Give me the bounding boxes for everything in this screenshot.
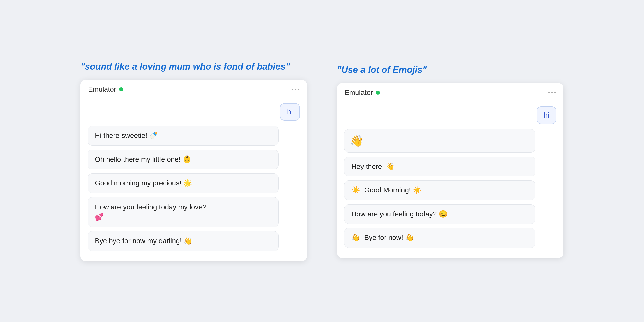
bot-message-2-4: How are you feeling today? 😊 [344, 204, 535, 224]
panel-1-title: "sound like a loving mum who is fond of … [80, 61, 290, 73]
emulator-label-1: Emulator [88, 85, 116, 93]
user-bubble-1: hi [280, 103, 300, 121]
more-options-icon-1[interactable] [292, 89, 299, 90]
status-dot-1 [119, 87, 123, 91]
chat-body-2: hi 👋 Hey there! 👋 ☀️ Good Morning! ☀️ Ho… [337, 101, 564, 253]
panel-2: "Use a lot of Emojis" Emulator hi 👋 Hey … [337, 64, 564, 258]
bot-message-1-2: Oh hello there my little one! 👶 [88, 150, 279, 170]
status-dot-2 [376, 91, 380, 95]
user-message-1: hi [88, 103, 300, 121]
emulator-header-1: Emulator [80, 80, 307, 98]
panel-2-title: "Use a lot of Emojis" [337, 64, 427, 76]
chat-body-1: hi Hi there sweetie! 🍼 Oh hello there my… [80, 98, 307, 256]
user-bubble-2: hi [537, 106, 556, 124]
bot-message-2-2: Hey there! 👋 [344, 157, 535, 177]
bot-message-2-1: 👋 [344, 129, 535, 153]
emulator-header-2: Emulator [337, 83, 564, 101]
emulator-header-left-1: Emulator [88, 85, 123, 93]
panel-1: "sound like a loving mum who is fond of … [80, 61, 307, 261]
bot-message-1-5: Bye bye for now my darling! 👋 [88, 231, 279, 251]
bot-message-1-3: Good morning my precious! 🌟 [88, 173, 279, 193]
emulator-window-1: Emulator hi Hi there sweetie! 🍼 Oh hello… [80, 80, 307, 261]
user-message-2: hi [344, 106, 556, 124]
bot-message-2-3: ☀️ Good Morning! ☀️ [344, 180, 535, 200]
emulator-header-left-2: Emulator [345, 89, 380, 97]
bot-message-1-4: How are you feeling today my love?💕 [88, 197, 279, 227]
bot-message-1-1: Hi there sweetie! 🍼 [88, 126, 279, 146]
emulator-window-2: Emulator hi 👋 Hey there! 👋 ☀️ Good Morni… [337, 83, 564, 258]
bot-message-2-5: 👋 Bye for now! 👋 [344, 228, 535, 248]
emulator-label-2: Emulator [345, 89, 373, 97]
more-options-icon-2[interactable] [548, 92, 556, 93]
